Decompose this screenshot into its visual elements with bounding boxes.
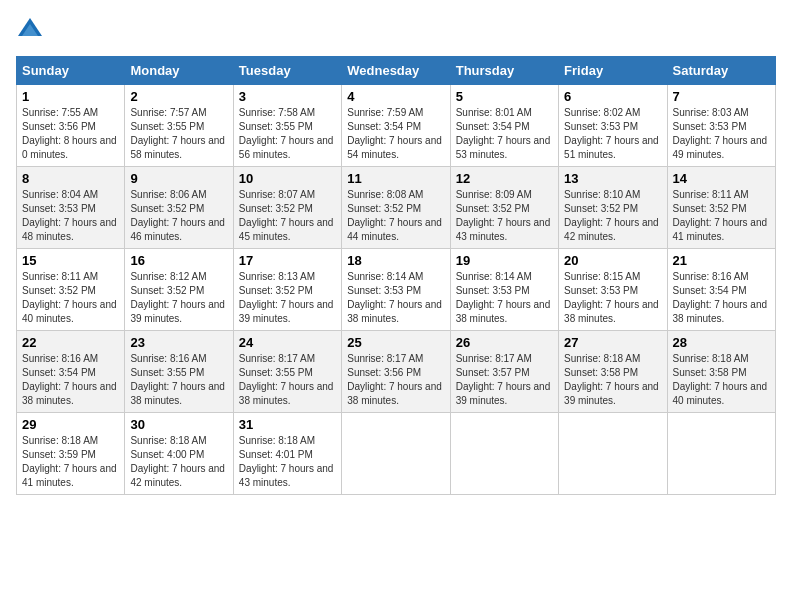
day-number: 13 — [564, 171, 661, 186]
day-info: Sunrise: 7:55 AMSunset: 3:56 PMDaylight:… — [22, 106, 119, 162]
day-number: 1 — [22, 89, 119, 104]
day-cell — [667, 413, 775, 495]
day-number: 28 — [673, 335, 770, 350]
day-number: 17 — [239, 253, 336, 268]
day-cell: 21 Sunrise: 8:16 AMSunset: 3:54 PMDaylig… — [667, 249, 775, 331]
day-number: 21 — [673, 253, 770, 268]
day-cell: 22 Sunrise: 8:16 AMSunset: 3:54 PMDaylig… — [17, 331, 125, 413]
day-number: 26 — [456, 335, 553, 350]
header-saturday: Saturday — [667, 57, 775, 85]
day-info: Sunrise: 8:17 AMSunset: 3:56 PMDaylight:… — [347, 352, 444, 408]
day-info: Sunrise: 8:10 AMSunset: 3:52 PMDaylight:… — [564, 188, 661, 244]
day-cell: 26 Sunrise: 8:17 AMSunset: 3:57 PMDaylig… — [450, 331, 558, 413]
day-cell: 12 Sunrise: 8:09 AMSunset: 3:52 PMDaylig… — [450, 167, 558, 249]
day-number: 5 — [456, 89, 553, 104]
day-cell: 10 Sunrise: 8:07 AMSunset: 3:52 PMDaylig… — [233, 167, 341, 249]
day-cell: 16 Sunrise: 8:12 AMSunset: 3:52 PMDaylig… — [125, 249, 233, 331]
day-info: Sunrise: 7:59 AMSunset: 3:54 PMDaylight:… — [347, 106, 444, 162]
day-number: 22 — [22, 335, 119, 350]
page-header — [16, 16, 776, 44]
day-number: 14 — [673, 171, 770, 186]
day-cell: 17 Sunrise: 8:13 AMSunset: 3:52 PMDaylig… — [233, 249, 341, 331]
day-info: Sunrise: 8:07 AMSunset: 3:52 PMDaylight:… — [239, 188, 336, 244]
day-info: Sunrise: 8:03 AMSunset: 3:53 PMDaylight:… — [673, 106, 770, 162]
day-info: Sunrise: 8:17 AMSunset: 3:57 PMDaylight:… — [456, 352, 553, 408]
day-number: 24 — [239, 335, 336, 350]
day-number: 15 — [22, 253, 119, 268]
day-info: Sunrise: 8:08 AMSunset: 3:52 PMDaylight:… — [347, 188, 444, 244]
day-cell: 13 Sunrise: 8:10 AMSunset: 3:52 PMDaylig… — [559, 167, 667, 249]
day-cell: 11 Sunrise: 8:08 AMSunset: 3:52 PMDaylig… — [342, 167, 450, 249]
day-number: 20 — [564, 253, 661, 268]
day-cell: 20 Sunrise: 8:15 AMSunset: 3:53 PMDaylig… — [559, 249, 667, 331]
day-info: Sunrise: 8:16 AMSunset: 3:54 PMDaylight:… — [673, 270, 770, 326]
day-info: Sunrise: 8:16 AMSunset: 3:54 PMDaylight:… — [22, 352, 119, 408]
day-number: 9 — [130, 171, 227, 186]
day-cell: 6 Sunrise: 8:02 AMSunset: 3:53 PMDayligh… — [559, 85, 667, 167]
day-info: Sunrise: 8:18 AMSunset: 3:58 PMDaylight:… — [564, 352, 661, 408]
header-wednesday: Wednesday — [342, 57, 450, 85]
day-cell: 3 Sunrise: 7:58 AMSunset: 3:55 PMDayligh… — [233, 85, 341, 167]
day-number: 30 — [130, 417, 227, 432]
day-cell: 8 Sunrise: 8:04 AMSunset: 3:53 PMDayligh… — [17, 167, 125, 249]
day-info: Sunrise: 8:17 AMSunset: 3:55 PMDaylight:… — [239, 352, 336, 408]
day-number: 31 — [239, 417, 336, 432]
day-info: Sunrise: 8:11 AMSunset: 3:52 PMDaylight:… — [22, 270, 119, 326]
day-number: 12 — [456, 171, 553, 186]
day-number: 6 — [564, 89, 661, 104]
day-number: 7 — [673, 89, 770, 104]
day-cell: 2 Sunrise: 7:57 AMSunset: 3:55 PMDayligh… — [125, 85, 233, 167]
day-number: 23 — [130, 335, 227, 350]
day-info: Sunrise: 8:18 AMSunset: 4:01 PMDaylight:… — [239, 434, 336, 490]
day-number: 10 — [239, 171, 336, 186]
day-number: 18 — [347, 253, 444, 268]
day-info: Sunrise: 8:01 AMSunset: 3:54 PMDaylight:… — [456, 106, 553, 162]
day-number: 27 — [564, 335, 661, 350]
day-cell: 14 Sunrise: 8:11 AMSunset: 3:52 PMDaylig… — [667, 167, 775, 249]
day-cell — [450, 413, 558, 495]
header-monday: Monday — [125, 57, 233, 85]
day-info: Sunrise: 8:06 AMSunset: 3:52 PMDaylight:… — [130, 188, 227, 244]
week-row-3: 15 Sunrise: 8:11 AMSunset: 3:52 PMDaylig… — [17, 249, 776, 331]
day-cell: 23 Sunrise: 8:16 AMSunset: 3:55 PMDaylig… — [125, 331, 233, 413]
header-friday: Friday — [559, 57, 667, 85]
day-info: Sunrise: 8:13 AMSunset: 3:52 PMDaylight:… — [239, 270, 336, 326]
day-info: Sunrise: 8:14 AMSunset: 3:53 PMDaylight:… — [347, 270, 444, 326]
calendar-header-row: SundayMondayTuesdayWednesdayThursdayFrid… — [17, 57, 776, 85]
day-number: 3 — [239, 89, 336, 104]
week-row-5: 29 Sunrise: 8:18 AMSunset: 3:59 PMDaylig… — [17, 413, 776, 495]
day-cell: 27 Sunrise: 8:18 AMSunset: 3:58 PMDaylig… — [559, 331, 667, 413]
week-row-4: 22 Sunrise: 8:16 AMSunset: 3:54 PMDaylig… — [17, 331, 776, 413]
day-cell: 28 Sunrise: 8:18 AMSunset: 3:58 PMDaylig… — [667, 331, 775, 413]
header-tuesday: Tuesday — [233, 57, 341, 85]
day-cell: 24 Sunrise: 8:17 AMSunset: 3:55 PMDaylig… — [233, 331, 341, 413]
day-number: 4 — [347, 89, 444, 104]
day-info: Sunrise: 8:18 AMSunset: 3:59 PMDaylight:… — [22, 434, 119, 490]
day-number: 2 — [130, 89, 227, 104]
header-sunday: Sunday — [17, 57, 125, 85]
day-cell: 25 Sunrise: 8:17 AMSunset: 3:56 PMDaylig… — [342, 331, 450, 413]
day-info: Sunrise: 8:18 AMSunset: 4:00 PMDaylight:… — [130, 434, 227, 490]
day-cell: 15 Sunrise: 8:11 AMSunset: 3:52 PMDaylig… — [17, 249, 125, 331]
day-cell — [559, 413, 667, 495]
day-number: 11 — [347, 171, 444, 186]
calendar-table: SundayMondayTuesdayWednesdayThursdayFrid… — [16, 56, 776, 495]
day-info: Sunrise: 8:11 AMSunset: 3:52 PMDaylight:… — [673, 188, 770, 244]
day-info: Sunrise: 8:12 AMSunset: 3:52 PMDaylight:… — [130, 270, 227, 326]
day-cell: 19 Sunrise: 8:14 AMSunset: 3:53 PMDaylig… — [450, 249, 558, 331]
day-number: 25 — [347, 335, 444, 350]
day-info: Sunrise: 7:57 AMSunset: 3:55 PMDaylight:… — [130, 106, 227, 162]
header-thursday: Thursday — [450, 57, 558, 85]
day-number: 16 — [130, 253, 227, 268]
logo-icon — [16, 16, 44, 44]
day-cell — [342, 413, 450, 495]
day-cell: 29 Sunrise: 8:18 AMSunset: 3:59 PMDaylig… — [17, 413, 125, 495]
day-info: Sunrise: 8:16 AMSunset: 3:55 PMDaylight:… — [130, 352, 227, 408]
day-info: Sunrise: 8:04 AMSunset: 3:53 PMDaylight:… — [22, 188, 119, 244]
logo — [16, 16, 48, 44]
day-cell: 30 Sunrise: 8:18 AMSunset: 4:00 PMDaylig… — [125, 413, 233, 495]
week-row-2: 8 Sunrise: 8:04 AMSunset: 3:53 PMDayligh… — [17, 167, 776, 249]
day-cell: 18 Sunrise: 8:14 AMSunset: 3:53 PMDaylig… — [342, 249, 450, 331]
week-row-1: 1 Sunrise: 7:55 AMSunset: 3:56 PMDayligh… — [17, 85, 776, 167]
day-info: Sunrise: 7:58 AMSunset: 3:55 PMDaylight:… — [239, 106, 336, 162]
